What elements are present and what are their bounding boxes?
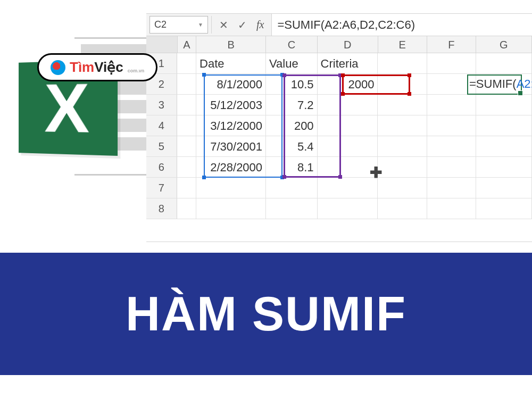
row-7: 7	[146, 178, 532, 198]
cell-D8[interactable]	[318, 198, 378, 219]
cell-F7[interactable]	[427, 178, 476, 198]
cell-C8[interactable]	[266, 198, 318, 219]
cell-F3[interactable]	[427, 95, 476, 115]
name-box[interactable]: C2 ▼	[149, 16, 208, 34]
fx-icon[interactable]: fx	[256, 19, 264, 31]
cell-G6[interactable]	[476, 157, 532, 177]
cell-E6[interactable]	[378, 157, 427, 177]
cell-C6[interactable]: 8.1	[266, 157, 318, 177]
cell-E1[interactable]	[378, 53, 427, 73]
row-8: 8	[146, 198, 532, 219]
cell-D3[interactable]	[318, 95, 378, 115]
row-2: 2 8/1/2000 10.5 2000	[146, 74, 532, 95]
cell-F4[interactable]	[427, 115, 476, 136]
cell-E2[interactable]	[378, 74, 427, 94]
formula-text: =SUMIF(A2:A6,D2,C2:C6)	[277, 18, 415, 32]
row-4: 4 3/12/2000 200	[146, 115, 532, 136]
cell-B7[interactable]	[196, 178, 266, 198]
cell-D1[interactable]: Criteria	[318, 53, 378, 73]
cell-F8[interactable]	[427, 198, 476, 219]
cell-G2[interactable]	[476, 74, 532, 94]
cell-B4[interactable]: 3/12/2000	[196, 115, 266, 136]
cell-G7[interactable]	[476, 178, 532, 198]
col-header-F[interactable]: F	[427, 36, 476, 53]
cell-G5[interactable]	[476, 136, 532, 156]
cell-B3[interactable]: 5/12/2003	[196, 95, 266, 115]
excel-window: C2 ▼ ✕ ✓ fx =SUMIF(A2:A6,D2,C2:C6) A B C…	[146, 13, 532, 242]
brand-sub: com.vn	[128, 68, 145, 73]
cell-F5[interactable]	[427, 136, 476, 156]
cell-A4[interactable]	[177, 115, 196, 136]
timviec-icon	[51, 60, 65, 75]
col-header-B[interactable]: B	[196, 36, 266, 53]
cell-B5[interactable]: 7/30/2001	[196, 136, 266, 156]
col-header-E[interactable]: E	[378, 36, 427, 53]
col-header-G[interactable]: G	[476, 36, 532, 53]
cell-D6[interactable]	[318, 157, 378, 177]
row-header-4[interactable]: 4	[146, 115, 177, 136]
formula-enter-icon[interactable]: ✓	[238, 19, 247, 31]
cell-C4[interactable]: 200	[266, 115, 318, 136]
row-6: 6 2/28/2000 8.1	[146, 157, 532, 178]
cell-G8[interactable]	[476, 198, 532, 219]
cell-G4[interactable]	[476, 115, 532, 136]
cell-D5[interactable]	[318, 136, 378, 156]
cell-E7[interactable]	[378, 178, 427, 198]
cell-G1[interactable]	[476, 53, 532, 73]
row-3: 3 5/12/2003 7.2	[146, 95, 532, 115]
row-header-7[interactable]: 7	[146, 178, 177, 198]
formula-bar: C2 ▼ ✕ ✓ fx =SUMIF(A2:A6,D2,C2:C6)	[146, 14, 532, 36]
cell-F1[interactable]	[427, 53, 476, 73]
row-header-6[interactable]: 6	[146, 157, 177, 177]
cell-B8[interactable]	[196, 198, 266, 219]
cell-F6[interactable]	[427, 157, 476, 177]
cell-C1[interactable]: Value	[266, 53, 318, 73]
cell-C5[interactable]: 5.4	[266, 136, 318, 156]
cell-A7[interactable]	[177, 178, 196, 198]
cell-C2[interactable]: 10.5	[266, 74, 318, 94]
cell-F2[interactable]	[427, 74, 476, 94]
cell-D7[interactable]	[318, 178, 378, 198]
cell-A2[interactable]	[177, 74, 196, 94]
select-all-corner[interactable]	[146, 36, 178, 53]
brand-text-1: Tìm	[70, 59, 94, 75]
row-header-5[interactable]: 5	[146, 136, 177, 156]
cell-D2[interactable]: 2000	[318, 74, 378, 94]
cell-E4[interactable]	[378, 115, 427, 136]
col-header-C[interactable]: C	[266, 36, 317, 53]
row-1: 1 Date Value Criteria	[146, 53, 532, 74]
spreadsheet-grid[interactable]: A B C D E F G 1 Date Value Criteria	[146, 36, 532, 219]
col-header-D[interactable]: D	[318, 36, 378, 53]
row-5: 5 7/30/2001 5.4	[146, 136, 532, 157]
cell-C3[interactable]: 7.2	[266, 95, 318, 115]
cell-E3[interactable]	[378, 95, 427, 115]
cell-A8[interactable]	[177, 198, 196, 219]
formula-input[interactable]: =SUMIF(A2:A6,D2,C2:C6)	[271, 14, 532, 36]
col-header-A[interactable]: A	[178, 36, 196, 53]
name-box-dropdown-icon[interactable]: ▼	[198, 22, 203, 28]
cell-B1[interactable]: Date	[196, 53, 266, 73]
cell-A5[interactable]	[177, 136, 196, 156]
column-headers: A B C D E F G	[146, 36, 532, 53]
cell-A6[interactable]	[177, 157, 196, 177]
cell-E8[interactable]	[378, 198, 427, 219]
cell-D4[interactable]	[318, 115, 378, 136]
row-header-8[interactable]: 8	[146, 198, 177, 219]
cell-G3[interactable]	[476, 95, 532, 115]
name-box-value: C2	[154, 19, 167, 30]
banner-title: HÀM SUMIF	[126, 287, 406, 342]
cell-A3[interactable]	[177, 95, 196, 115]
cell-B6[interactable]: 2/28/2000	[196, 157, 266, 177]
formula-cancel-icon[interactable]: ✕	[219, 19, 228, 31]
row-header-3[interactable]: 3	[146, 95, 177, 115]
title-banner: HÀM SUMIF	[0, 253, 532, 375]
cell-E5[interactable]	[378, 136, 427, 156]
brand-text-2: Việc	[94, 59, 123, 75]
cell-A1[interactable]	[177, 53, 196, 73]
timviec-logo: TìmViệc com.vn	[37, 53, 157, 81]
cell-C7[interactable]	[266, 178, 318, 198]
cell-B2[interactable]: 8/1/2000	[196, 74, 266, 94]
